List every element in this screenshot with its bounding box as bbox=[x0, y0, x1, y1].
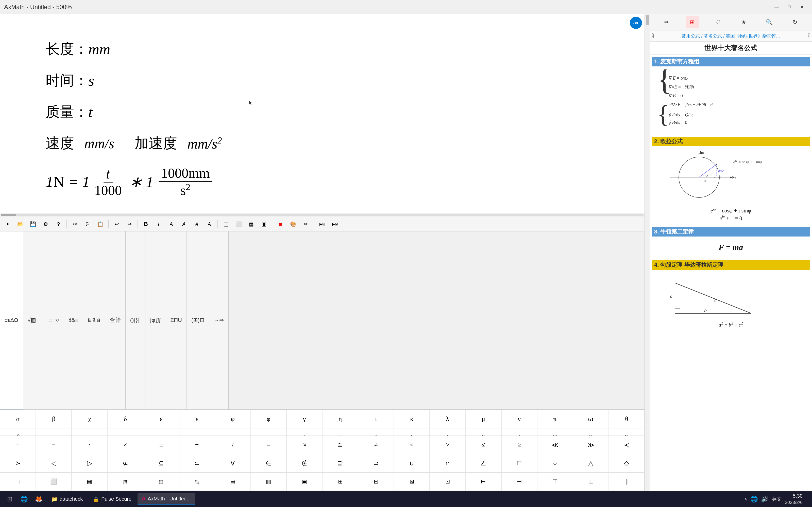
copy-btn[interactable]: ⎘ bbox=[82, 219, 93, 229]
tab-sum[interactable]: ΣΠU bbox=[166, 231, 187, 410]
user-avatar[interactable]: ax bbox=[630, 17, 642, 29]
op-forall[interactable]: ∀ bbox=[215, 454, 251, 472]
bold-btn[interactable]: B bbox=[140, 219, 151, 229]
tmpl-17[interactable]: ⊥ bbox=[573, 472, 609, 491]
horizontal-scrollbar[interactable] bbox=[0, 213, 645, 217]
select-tool-btn[interactable]: ✦ bbox=[2, 219, 13, 229]
open-file-btn[interactable]: 📂 bbox=[15, 219, 26, 229]
tmpl-9[interactable]: ▣ bbox=[287, 472, 322, 491]
settings-btn[interactable]: ⚙ bbox=[40, 219, 51, 229]
op-lhd[interactable]: ◁ bbox=[36, 454, 71, 472]
sym-sigma[interactable]: σ bbox=[107, 428, 143, 436]
sym-Delta[interactable]: Δ bbox=[394, 428, 429, 436]
sym-varrho[interactable]: ϱ bbox=[71, 428, 107, 436]
op-times[interactable]: × bbox=[107, 436, 143, 454]
cut-btn[interactable]: ✂ bbox=[69, 219, 81, 229]
tab-radical[interactable]: √▩□ bbox=[23, 231, 44, 410]
pulsesecure-taskbar-btn[interactable]: 🔒 Pulse Secure bbox=[89, 493, 136, 505]
tmpl-16[interactable]: ⊤ bbox=[537, 472, 573, 491]
vert-scroll-thumb[interactable] bbox=[646, 15, 649, 25]
rt-heart-btn[interactable]: ♡ bbox=[711, 16, 724, 29]
scrollbar-thumb[interactable] bbox=[1, 214, 16, 216]
sym-nu[interactable]: ν bbox=[501, 410, 537, 428]
align-center-btn[interactable]: ⬜ bbox=[233, 219, 244, 229]
tmpl-13[interactable]: ⊡ bbox=[429, 472, 465, 491]
tmpl-2[interactable]: ⬜ bbox=[36, 472, 71, 491]
sym-Gamma[interactable]: Γ bbox=[465, 428, 501, 436]
font-style3-btn[interactable]: A bbox=[191, 219, 202, 229]
op-notsub[interactable]: ⊄ bbox=[107, 454, 143, 472]
tab-integral[interactable]: ∫φ∭ bbox=[145, 231, 166, 410]
op-cup[interactable]: ∪ bbox=[394, 454, 429, 472]
breadcrumb-next-btn[interactable]: › bbox=[808, 34, 810, 38]
sym-mu[interactable]: μ bbox=[465, 410, 501, 428]
rt-matrix-btn[interactable]: ⊞ bbox=[686, 16, 699, 29]
op-leq[interactable]: ≤ bbox=[465, 436, 501, 454]
font-style4-btn[interactable]: A bbox=[204, 219, 215, 229]
tab-greek[interactable]: αεΔΩ bbox=[0, 231, 23, 410]
rt-pen-btn[interactable]: ✏ bbox=[660, 16, 673, 29]
sym-phi2[interactable]: φ bbox=[251, 410, 287, 428]
tmpl-1[interactable]: ⬚ bbox=[0, 472, 36, 491]
sym-chi[interactable]: χ bbox=[71, 410, 107, 428]
sym-omega[interactable]: ω bbox=[251, 428, 287, 436]
firefox-btn[interactable]: 🦊 bbox=[33, 493, 45, 505]
sym-gamma[interactable]: γ bbox=[287, 410, 322, 428]
editor-canvas[interactable]: ax 长度： mm 时间： s 质量： t bbox=[0, 14, 645, 213]
tmpl-14[interactable]: ⊢ bbox=[465, 472, 501, 491]
sym-theta-lower[interactable]: θ bbox=[609, 410, 645, 428]
network-icon[interactable]: 🌐 bbox=[750, 496, 758, 503]
op-cong[interactable]: ≅ bbox=[322, 436, 358, 454]
tab-matrix[interactable]: (⊞)⊡ bbox=[187, 231, 209, 410]
tab-arrows[interactable]: →⇒ bbox=[209, 231, 229, 410]
op-square[interactable]: □ bbox=[501, 454, 537, 472]
sym-Lambda[interactable]: Λ bbox=[501, 428, 537, 436]
start-button[interactable]: ⊞ bbox=[4, 493, 16, 505]
font-style2-btn[interactable]: A bbox=[179, 219, 190, 229]
volume-icon[interactable]: 🔊 bbox=[761, 496, 769, 503]
tmpl-4[interactable]: ▧ bbox=[107, 472, 143, 491]
sym-varsigma[interactable]: ς bbox=[143, 428, 179, 436]
op-plus[interactable]: + bbox=[0, 436, 36, 454]
font-style1-btn[interactable]: A bbox=[166, 219, 177, 229]
sym-rho[interactable]: ρ bbox=[36, 428, 71, 436]
tmpl-12[interactable]: ⊠ bbox=[394, 472, 429, 491]
sym-iota[interactable]: ι bbox=[358, 410, 394, 428]
op-gt[interactable]: > bbox=[429, 436, 465, 454]
palette-btn[interactable]: 🎨 bbox=[288, 219, 299, 229]
tab-parens[interactable]: (){}[] bbox=[125, 231, 146, 410]
op-minus[interactable]: − bbox=[36, 436, 71, 454]
align-justify-btn[interactable]: ▣ bbox=[258, 219, 269, 229]
save-file-btn[interactable]: 💾 bbox=[28, 219, 39, 229]
align-right-btn[interactable]: ▦ bbox=[246, 219, 257, 229]
op-rhd[interactable]: ▷ bbox=[71, 454, 107, 472]
sym-vartheta[interactable]: ϑ bbox=[0, 428, 36, 436]
axmath-taskbar-btn[interactable]: A AxMath - Untitled... bbox=[138, 493, 195, 505]
op-subset[interactable]: ⊂ bbox=[179, 454, 215, 472]
op-succ[interactable]: ≻ bbox=[0, 454, 36, 472]
op-cdot[interactable]: · bbox=[71, 436, 107, 454]
ime-icon[interactable]: 英文 bbox=[772, 496, 782, 502]
sym-kappa[interactable]: κ bbox=[394, 410, 429, 428]
tmpl-3[interactable]: ▦ bbox=[71, 472, 107, 491]
sym-varpi[interactable]: ϖ bbox=[573, 410, 609, 428]
vertical-scrollbar[interactable] bbox=[645, 14, 650, 491]
op-pm[interactable]: ± bbox=[143, 436, 179, 454]
formula-list[interactable]: 1. 麦克斯韦方程组 { ∇·E = ρ/ε₀ ∇×E = −∂B/∂t ∇·B… bbox=[650, 55, 812, 491]
sym-psi[interactable]: ψ bbox=[322, 428, 358, 436]
op-geq[interactable]: ≥ bbox=[501, 436, 537, 454]
browser-btn[interactable]: 🌐 bbox=[18, 493, 31, 505]
redo-btn[interactable]: ↪ bbox=[124, 219, 135, 229]
op-diamond[interactable]: ◇ bbox=[609, 454, 645, 472]
rt-search-btn[interactable]: 🔍 bbox=[763, 16, 776, 29]
sym-delta-lower[interactable]: δ bbox=[107, 410, 143, 428]
tmpl-15[interactable]: ⊣ bbox=[501, 472, 537, 491]
sym-Phi[interactable]: Φ bbox=[429, 428, 465, 436]
rt-star-btn[interactable]: ★ bbox=[737, 16, 750, 29]
op-supseteq[interactable]: ⊇ bbox=[322, 454, 358, 472]
play-btn[interactable]: ▶⊞ bbox=[317, 219, 328, 229]
sym-epsilon1[interactable]: ε bbox=[143, 410, 179, 428]
paste-btn[interactable]: 📋 bbox=[95, 219, 106, 229]
op-approx[interactable]: ≈ bbox=[287, 436, 322, 454]
op-ll[interactable]: ≪ bbox=[537, 436, 573, 454]
